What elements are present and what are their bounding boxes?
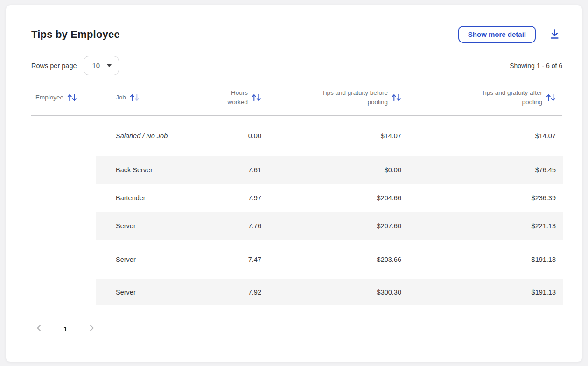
hours-worked-cell: 7.97 [196,184,269,212]
prev-page-button[interactable] [34,322,43,335]
caret-down-icon [107,64,112,67]
column-header-job[interactable]: Job [96,93,196,102]
chevron-left-icon [36,324,42,333]
column-header-after[interactable]: Tips and gratuity after pooling [409,88,563,107]
rows-per-page-value: 10 [92,62,100,70]
tips-after-pooling-cell: $76.45 [409,156,563,184]
column-header-employee[interactable]: Employee [31,93,96,102]
hours-worked-cell: 7.92 [196,279,269,305]
card-header: Tips by Employee Show more detail [31,26,562,43]
table-row: Server7.47$203.66$191.13 [31,240,562,279]
sort-icon [67,93,77,102]
column-label: Tips and gratuity before pooling [308,88,388,107]
job-cell: Server [96,279,196,305]
page-number-current[interactable]: 1 [61,324,70,333]
next-page-button[interactable] [87,322,97,335]
tips-before-pooling-cell: $204.66 [269,184,409,212]
showing-range-text: Showing 1 - 6 of 6 [510,62,562,70]
table-row: Back Server7.61$0.00$76.45 [31,156,562,184]
rows-per-page-control: Rows per page 10 [31,56,119,75]
job-cell: Back Server [96,156,196,184]
tips-after-pooling-cell: $191.13 [409,240,563,279]
column-label: Employee [35,93,63,102]
employee-cell [31,279,96,305]
tips-after-pooling-cell: $221.13 [409,212,563,240]
hours-worked-cell: 7.47 [196,240,269,279]
tips-before-pooling-cell: $300.30 [269,279,409,305]
employee-cell [31,184,96,212]
rows-per-page-label: Rows per page [31,62,77,70]
tips-before-pooling-cell: $203.66 [269,240,409,279]
tips-after-pooling-cell: $14.07 [409,116,563,156]
employee-cell [31,240,96,279]
hours-worked-cell: 0.00 [196,116,269,156]
table-header-row: Employee Job Hours worked Tips and gratu… [31,82,562,116]
table-row: Server7.92$300.30$191.13 [31,279,562,305]
header-actions: Show more detail [458,26,562,43]
table-row: Bartender7.97$204.66$236.39 [31,184,562,212]
job-cell: Salaried / No Job [96,116,196,156]
table-row: Salaried / No Job0.00$14.07$14.07 [31,116,562,156]
column-header-before[interactable]: Tips and gratuity before pooling [269,88,409,107]
tips-table: Employee Job Hours worked Tips and gratu… [31,82,562,305]
show-more-detail-button[interactable]: Show more detail [458,26,536,43]
job-cell: Bartender [96,184,196,212]
job-cell: Server [96,212,196,240]
pagination: 1 [31,322,562,335]
tips-before-pooling-cell: $0.00 [269,156,409,184]
page-title: Tips by Employee [31,28,120,41]
column-label: Tips and gratuity after pooling [462,88,542,107]
job-cell: Server [96,240,196,279]
sort-icon [252,93,261,102]
tips-before-pooling-cell: $207.60 [269,212,409,240]
rows-per-page-select[interactable]: 10 [84,56,119,75]
tips-after-pooling-cell: $236.39 [409,184,563,212]
download-icon [549,28,560,40]
download-button[interactable] [547,27,562,42]
hours-worked-cell: 7.61 [196,156,269,184]
employee-cell [31,212,96,240]
tips-before-pooling-cell: $14.07 [269,116,409,156]
column-label: Hours worked [219,88,248,107]
employee-cell [31,156,96,184]
sort-icon [130,93,140,102]
column-header-hours[interactable]: Hours worked [196,88,269,107]
chevron-right-icon [89,324,95,333]
table-body: Salaried / No Job0.00$14.07$14.07Back Se… [31,116,562,305]
hours-worked-cell: 7.76 [196,212,269,240]
table-controls: Rows per page 10 Showing 1 - 6 of 6 [31,56,562,75]
column-label: Job [116,93,126,102]
tips-after-pooling-cell: $191.13 [409,279,563,305]
sort-icon [546,93,556,102]
table-row: Server7.76$207.60$221.13 [31,212,562,240]
tips-by-employee-card: Tips by Employee Show more detail Rows p… [6,5,582,362]
sort-icon [392,93,401,102]
employee-cell [31,116,96,156]
